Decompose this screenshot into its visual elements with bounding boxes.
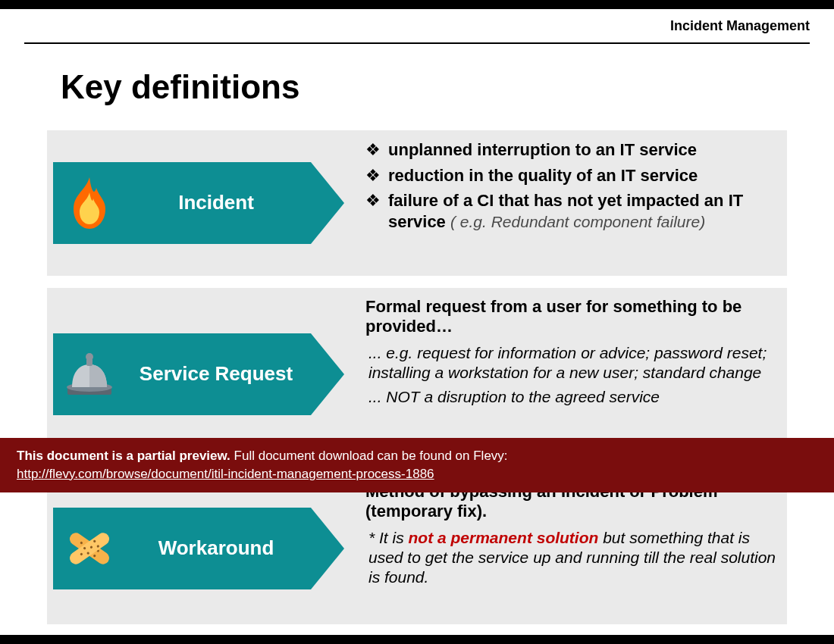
- service-request-lead: Formal request from a user for something…: [365, 297, 779, 337]
- service-request-sub-2: ... NOT a disruption to the agreed servi…: [365, 387, 779, 407]
- page-title: Key definitions: [61, 68, 299, 106]
- bell-icon: [53, 352, 126, 396]
- arrow-label-workaround: Workaround: [126, 537, 311, 560]
- slide-page: Incident Management Key definitions Inci…: [0, 0, 834, 644]
- banner-link[interactable]: http://flevy.com/browse/document/itil-in…: [17, 467, 434, 481]
- service-request-sub-1: ... e.g. request for information or advi…: [365, 343, 779, 383]
- definition-card-workaround: Workaround Method of bypassing an Incide…: [47, 473, 787, 624]
- arrow-service-request: Service Request: [53, 333, 350, 415]
- workaround-note: * It is not a permanent solution but som…: [365, 528, 779, 588]
- banner-bold: This document is a partial preview.: [17, 449, 230, 463]
- svg-point-3: [86, 353, 93, 361]
- bandage-icon: [53, 526, 126, 571]
- incident-bullet-2: reduction in the quality of an IT servic…: [365, 165, 779, 186]
- definition-card-incident: Incident unplanned interruption to an IT…: [47, 130, 787, 276]
- incident-content: unplanned interruption to an IT service …: [365, 139, 779, 267]
- incident-bullet-1: unplanned interruption to an IT service: [365, 139, 779, 161]
- banner-rest: Full document download can be found on F…: [230, 449, 508, 463]
- arrow-label-incident: Incident: [126, 192, 311, 214]
- arrow-workaround: Workaround: [53, 508, 350, 589]
- workaround-content: Method of bypassing an Incident or Probl…: [365, 482, 779, 615]
- incident-bullet-3: failure of a CI that has not yet impacte…: [365, 190, 779, 232]
- header-topic: Incident Management: [670, 18, 810, 34]
- definition-card-service-request: Service Request Formal request from a us…: [47, 288, 787, 461]
- header-divider: [24, 42, 810, 44]
- flame-icon: [53, 177, 126, 229]
- arrow-incident: Incident: [53, 162, 350, 244]
- workaround-note-emphasis: not a permanent solution: [409, 529, 599, 546]
- service-request-content: Formal request from a user for something…: [365, 297, 779, 452]
- preview-banner: This document is a partial preview. Full…: [0, 438, 834, 492]
- arrow-label-service-request: Service Request: [126, 363, 311, 386]
- incident-bullet-3-example: ( e.g. Redundant component failure): [450, 213, 705, 230]
